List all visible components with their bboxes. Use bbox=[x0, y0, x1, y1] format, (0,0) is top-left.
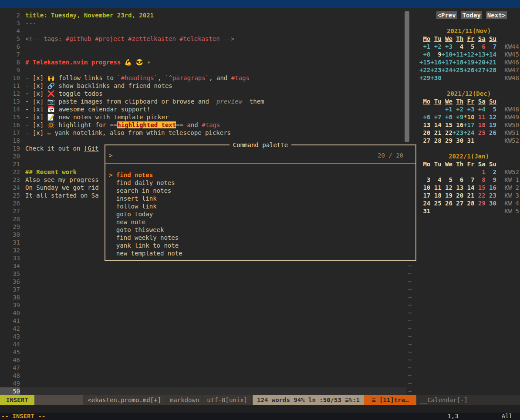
calendar-day[interactable]: 4 bbox=[452, 43, 463, 50]
calendar-day[interactable]: +2 bbox=[452, 105, 463, 113]
calendar-day[interactable]: 4 bbox=[430, 176, 441, 184]
calendar-day[interactable]: +1 bbox=[419, 43, 430, 50]
calendar-day[interactable]: +12 bbox=[463, 50, 474, 58]
palette-item[interactable]: goto thisweek bbox=[105, 226, 415, 234]
calendar-day[interactable]: 16 bbox=[452, 121, 463, 129]
calendar-day[interactable]: +1 bbox=[442, 105, 452, 113]
calendar-day[interactable]: 7 bbox=[463, 176, 474, 184]
calendar-day[interactable]: 21 bbox=[430, 129, 441, 137]
editor-line[interactable]: 11- [x] 🔗 show backlinks and friend note… bbox=[0, 82, 406, 90]
calendar-day[interactable]: 9 bbox=[486, 176, 496, 184]
editor-line[interactable]: 43 bbox=[0, 333, 406, 340]
editor-line[interactable]: 2title: Tuesday, November 23rd, 2021 bbox=[0, 11, 406, 19]
calendar-day[interactable]: +14 bbox=[486, 50, 496, 58]
calendar-day[interactable]: 6 bbox=[474, 43, 485, 50]
calendar-day[interactable]: +6 bbox=[419, 113, 430, 121]
palette-prompt[interactable]: > 20 / 20 bbox=[105, 151, 415, 159]
calendar-day[interactable]: +17 bbox=[442, 58, 452, 66]
editor-line[interactable]: 37 bbox=[0, 286, 406, 293]
calendar-day[interactable]: +7 bbox=[430, 113, 441, 121]
calendar-day[interactable]: +15 bbox=[419, 58, 430, 66]
calendar-day[interactable]: 24 bbox=[419, 199, 430, 207]
calendar-day[interactable]: 6 bbox=[452, 176, 463, 184]
editor-line[interactable]: 4 bbox=[0, 27, 406, 35]
calendar-day[interactable]: 26 bbox=[442, 199, 452, 207]
palette-item[interactable]: new templated note bbox=[105, 249, 415, 257]
editor-line[interactable]: 42 bbox=[0, 325, 406, 333]
calendar-day[interactable]: 21 bbox=[463, 192, 474, 199]
palette-item[interactable]: search in notes bbox=[105, 187, 415, 195]
calendar-day[interactable]: 20 bbox=[452, 192, 463, 199]
editor-line[interactable]: 35 bbox=[0, 270, 406, 278]
editor-line[interactable]: 38 bbox=[0, 293, 406, 301]
palette-item[interactable]: > find notes bbox=[105, 171, 415, 179]
calendar-day[interactable]: +24 bbox=[463, 129, 474, 137]
calendar-day[interactable]: +23 bbox=[452, 129, 463, 137]
calendar-day[interactable]: 22 bbox=[474, 192, 485, 199]
calendar-day[interactable]: +21 bbox=[486, 58, 496, 66]
calendar-day[interactable]: +24 bbox=[442, 66, 452, 74]
calendar-day[interactable]: 5 bbox=[442, 176, 452, 184]
calendar-day[interactable]: +3 bbox=[442, 43, 452, 50]
calendar-day[interactable]: 18 bbox=[430, 192, 441, 199]
calendar-day[interactable]: 10 bbox=[419, 184, 430, 192]
editor-line[interactable]: 44 bbox=[0, 340, 406, 348]
calendar-day[interactable]: 28 bbox=[430, 137, 441, 144]
calendar-day[interactable]: 25 bbox=[474, 129, 485, 137]
editor-line[interactable]: 47 bbox=[0, 364, 406, 372]
editor-line[interactable]: 48 bbox=[0, 372, 406, 380]
calendar-day[interactable]: 12 bbox=[486, 113, 496, 121]
calendar-day[interactable]: 3 bbox=[419, 176, 430, 184]
calendar-day[interactable]: *10 bbox=[463, 113, 474, 121]
calendar-day[interactable]: 28 bbox=[463, 199, 474, 207]
calendar-day[interactable]: 22 bbox=[442, 129, 452, 137]
calendar-day[interactable]: +3 bbox=[463, 105, 474, 113]
calendar-day[interactable]: +25 bbox=[452, 66, 463, 74]
editor-line[interactable]: 16- [x] 🔆 highlight for ==highlighted te… bbox=[0, 121, 406, 129]
calendar-day[interactable]: 30 bbox=[486, 199, 496, 207]
calendar-day[interactable]: 16 bbox=[486, 184, 496, 192]
calendar-day[interactable]: +13 bbox=[474, 50, 485, 58]
calendar-day[interactable]: +9 bbox=[452, 113, 463, 121]
calendar-day[interactable]: +17 bbox=[463, 121, 474, 129]
editor-line[interactable]: 3--- bbox=[0, 19, 406, 27]
calendar-day[interactable]: +2 bbox=[430, 43, 441, 50]
calendar-day[interactable]: 14 bbox=[463, 184, 474, 192]
window-titlebar[interactable]: tmux -2 bbox=[0, 0, 520, 8]
calendar-day[interactable]: +11 bbox=[452, 50, 463, 58]
calendar-day[interactable]: 31 bbox=[463, 137, 474, 144]
calendar-day[interactable]: +10 bbox=[442, 50, 452, 58]
calendar-day[interactable]: 13 bbox=[452, 184, 463, 192]
calendar-day[interactable]: +18 bbox=[452, 58, 463, 66]
calendar-day[interactable]: 11 bbox=[430, 184, 441, 192]
editor-line[interactable]: 40 bbox=[0, 309, 406, 317]
calendar-day[interactable]: 5 bbox=[463, 43, 474, 50]
editor-line[interactable]: 12- [x] ❌ toggle todos bbox=[0, 90, 406, 97]
calendar-day[interactable]: 30 bbox=[452, 137, 463, 144]
calendar-day[interactable]: 2 bbox=[486, 168, 496, 176]
calendar-day[interactable]: 23 bbox=[486, 192, 496, 199]
calendar-day[interactable]: 1 bbox=[474, 168, 485, 176]
palette-item[interactable]: yank link to note bbox=[105, 242, 415, 249]
calendar-day[interactable]: +23 bbox=[430, 66, 441, 74]
calendar-day[interactable]: 19 bbox=[486, 121, 496, 129]
calendar-day[interactable]: +16 bbox=[430, 58, 441, 66]
editor-line[interactable]: 5<!-- tags: #github #project #zettelkast… bbox=[0, 35, 406, 43]
calendar-prev-button[interactable]: <Prev bbox=[436, 11, 457, 19]
calendar-day[interactable]: 13 bbox=[419, 121, 430, 129]
calendar-day[interactable]: 8 bbox=[474, 176, 485, 184]
editor-line[interactable]: 13- [x] 📷 paste images from clipboard or… bbox=[0, 97, 406, 105]
calendar-day[interactable]: 15 bbox=[474, 184, 485, 192]
command-line[interactable]: :lua require('telekasten').panel() bbox=[0, 405, 520, 413]
editor-line[interactable]: 36 bbox=[0, 278, 406, 286]
calendar-day[interactable]: +22 bbox=[419, 66, 430, 74]
editor-line[interactable]: 9 bbox=[0, 66, 406, 74]
editor-line[interactable]: 15- [x] 📝 new notes with template picker bbox=[0, 113, 406, 121]
calendar-day[interactable]: 14 bbox=[430, 121, 441, 129]
calendar-day[interactable]: 17 bbox=[419, 192, 430, 199]
calendar-day[interactable]: 20 bbox=[419, 129, 430, 137]
palette-item[interactable]: follow link bbox=[105, 202, 415, 210]
calendar-day[interactable]: +8 bbox=[442, 113, 452, 121]
palette-item[interactable]: insert link bbox=[105, 195, 415, 202]
palette-item[interactable]: goto today bbox=[105, 210, 415, 218]
